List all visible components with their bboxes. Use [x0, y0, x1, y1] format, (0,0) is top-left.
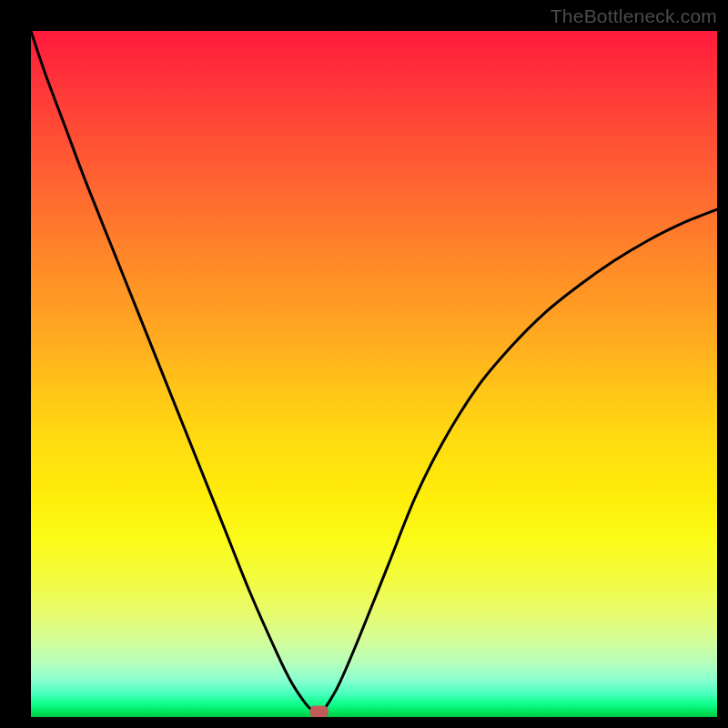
bottleneck-curve — [31, 31, 717, 713]
curve-layer — [31, 31, 717, 717]
chart-container: TheBottleneck.com — [0, 0, 728, 728]
curve-path — [31, 31, 717, 713]
minimum-marker — [310, 705, 329, 717]
watermark-text: TheBottleneck.com — [551, 5, 717, 27]
plot-area — [31, 31, 717, 717]
